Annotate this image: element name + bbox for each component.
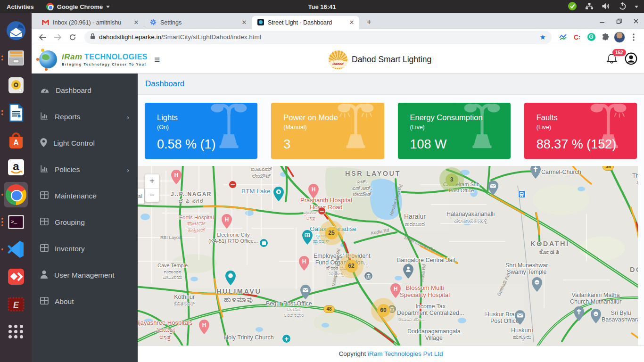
light-cluster-marker[interactable]: 25 <box>319 221 344 245</box>
card-title: Faults <box>537 113 558 122</box>
colorzilla-icon[interactable]: C: <box>571 32 583 43</box>
svg-text:A: A <box>13 139 19 147</box>
close-tab-icon[interactable]: ✕ <box>240 19 248 26</box>
temple-map-marker-icon[interactable] <box>225 271 236 287</box>
sidebar-item-user-management[interactable]: User Management <box>32 262 138 288</box>
extension-zigzag-icon[interactable] <box>557 32 569 43</box>
zoom-in-button[interactable]: + <box>145 174 159 189</box>
hospital-map-marker-icon[interactable]: H <box>199 320 209 336</box>
user-profile-icon[interactable] <box>625 52 637 67</box>
browser-menu-icon[interactable] <box>628 32 639 43</box>
bookmark-star-icon[interactable]: ★ <box>540 33 546 41</box>
stat-card-faults[interactable]: Faults(Live)88.37 % (152) <box>524 103 637 159</box>
new-tab-button[interactable]: + <box>363 16 375 28</box>
tab-street-light-dashboard[interactable]: Street Light - Dashboard✕ <box>252 16 359 29</box>
church-map-marker-icon[interactable] <box>574 306 584 323</box>
back-button[interactable] <box>36 31 49 43</box>
light-cluster-marker[interactable]: 62 <box>339 254 363 278</box>
jail-map-marker-icon[interactable] <box>403 264 413 280</box>
sidebar-item-reports[interactable]: Reports› <box>32 104 138 130</box>
route-badge: 35 <box>603 166 614 171</box>
activities-button[interactable]: Activities <box>7 3 34 10</box>
stat-card-energy-consumption[interactable]: Energy Consumption(Live)108 W <box>398 103 511 159</box>
train-map-marker-icon[interactable] <box>518 190 526 199</box>
dock-item-file-cabinet[interactable] <box>0 44 32 72</box>
dock-item-remote-desktop-app[interactable] <box>0 263 32 290</box>
volume-icon[interactable] <box>602 2 611 11</box>
address-bar[interactable]: dahodstlight.eparke.in/SmartCity/stLight… <box>84 31 552 44</box>
dock-item-thunderbird[interactable] <box>0 17 32 44</box>
brand-text: iRam TECHNOLOGIES Bringing Technology Cl… <box>62 53 148 66</box>
sidebar-item-maintenance[interactable]: Maintenance <box>32 183 138 209</box>
hospital-map-marker-icon[interactable]: H <box>299 256 309 272</box>
caret-down-icon[interactable] <box>635 6 638 8</box>
iram-link[interactable]: iRam Technologies Pvt Ltd <box>368 350 443 357</box>
road-closed-map-marker-icon[interactable] <box>229 181 237 189</box>
road-closed-map-marker-icon[interactable] <box>318 207 326 215</box>
dock-item-terminal[interactable]: >_ <box>0 208 32 236</box>
extensions-puzzle-icon[interactable] <box>600 32 611 43</box>
plus-circle-map-marker-icon[interactable] <box>282 334 291 343</box>
minimize-button[interactable] <box>599 18 605 25</box>
map-partial-control[interactable]: al <box>138 189 144 204</box>
film-map-marker-icon[interactable] <box>302 230 313 247</box>
stat-card-power-on-mode[interactable]: Power on Mode(Manual)3 <box>271 103 384 159</box>
mail-map-marker-icon[interactable] <box>300 285 311 301</box>
stat-card-lights[interactable]: Lights(On)0.58 % (1) <box>145 103 257 159</box>
hospital-map-marker-icon[interactable]: H <box>222 214 232 230</box>
sidebar-item-about[interactable]: About <box>32 288 138 315</box>
dock-item-amazon[interactable]: a <box>0 154 32 181</box>
sidebar-item-inventory[interactable]: Inventory <box>32 236 138 262</box>
church-map-marker-icon[interactable] <box>530 166 541 181</box>
network-icon[interactable] <box>585 2 594 11</box>
map[interactable]: ಬಿ.ಟಿ.ಎಮ್ಲೇಯೌಟ್HSR LAYOUTಎಚ್.ಎಸ್.ಆರ್.ಲೇಯ… <box>138 166 638 346</box>
dock-item-vscode[interactable] <box>0 236 32 263</box>
camera-map-marker-icon[interactable] <box>273 187 284 203</box>
dock-item-google-chrome[interactable] <box>0 181 32 208</box>
profile-avatar[interactable] <box>614 32 625 43</box>
map-label: DoddanagamangalaVillage <box>407 328 461 342</box>
tab-settings[interactable]: Settings✕ <box>144 16 252 29</box>
forward-button[interactable] <box>51 31 64 43</box>
dock-item-rhythmbox[interactable] <box>0 72 32 99</box>
hospital-map-marker-icon[interactable]: H <box>308 184 319 200</box>
card-title: Energy Consumption <box>410 113 483 122</box>
breadcrumb-dashboard[interactable]: Dashboard <box>145 79 184 89</box>
zoom-out-button[interactable]: − <box>145 189 159 202</box>
hospital-map-marker-icon[interactable]: H <box>390 283 401 300</box>
refresh-button[interactable] <box>66 31 79 43</box>
sidebar-item-label: User Management <box>54 271 115 280</box>
om-map-marker-icon[interactable] <box>532 277 542 294</box>
light-cluster-marker[interactable]: 3 <box>439 167 464 192</box>
power-icon[interactable] <box>619 2 627 11</box>
tab-inbox-20-961-amitnishu[interactable]: Inbox (20,961) - amitnishu✕ <box>36 16 144 29</box>
dock-item-show-applications[interactable] <box>0 318 32 345</box>
dock-item-libreoffice-writer[interactable] <box>0 99 32 126</box>
close-tab-icon[interactable]: ✕ <box>348 19 355 26</box>
hamburger-menu-icon[interactable]: ≡ <box>154 55 160 65</box>
dock-item-ubuntu-software[interactable]: A <box>0 126 32 154</box>
sidebar-item-grouping[interactable]: Grouping <box>32 209 138 236</box>
app-menu[interactable]: Google Chrome <box>46 3 110 10</box>
om-map-marker-icon[interactable] <box>591 309 601 325</box>
close-window-button[interactable] <box>633 18 639 25</box>
hospital-map-marker-icon[interactable]: H <box>171 170 182 186</box>
poi-circle-map-marker-icon[interactable] <box>259 239 268 247</box>
map-label: Huskuruಹುಸ್ಕೂರು <box>511 327 533 341</box>
close-tab-icon[interactable]: ✕ <box>132 19 140 26</box>
sidebar-item-policies[interactable]: Policies› <box>32 156 138 183</box>
iram-logo[interactable] <box>39 50 57 68</box>
sidebar-item-light-control[interactable]: Light Control <box>32 130 138 156</box>
restore-button[interactable] <box>616 18 622 25</box>
bank-circle-map-marker-icon[interactable] <box>364 272 373 280</box>
mail-map-marker-icon[interactable] <box>488 181 498 197</box>
sidebar-item-dashboard[interactable]: Dashboard <box>32 77 138 104</box>
notifications-bell-icon[interactable]: 152 <box>606 53 617 66</box>
light-cluster-marker[interactable]: 60 <box>371 298 396 322</box>
mail-map-marker-icon[interactable] <box>515 310 525 327</box>
grammarly-icon[interactable]: G <box>586 32 597 43</box>
status-check-icon[interactable] <box>568 1 577 12</box>
map-label: Electronic City(KA-51)·RTO Office... <box>208 232 258 244</box>
dock-item-red-e-app[interactable]: E <box>0 290 32 318</box>
map-label: ಆದಾಯ ತೆರಿಗೆ... <box>398 317 426 322</box>
